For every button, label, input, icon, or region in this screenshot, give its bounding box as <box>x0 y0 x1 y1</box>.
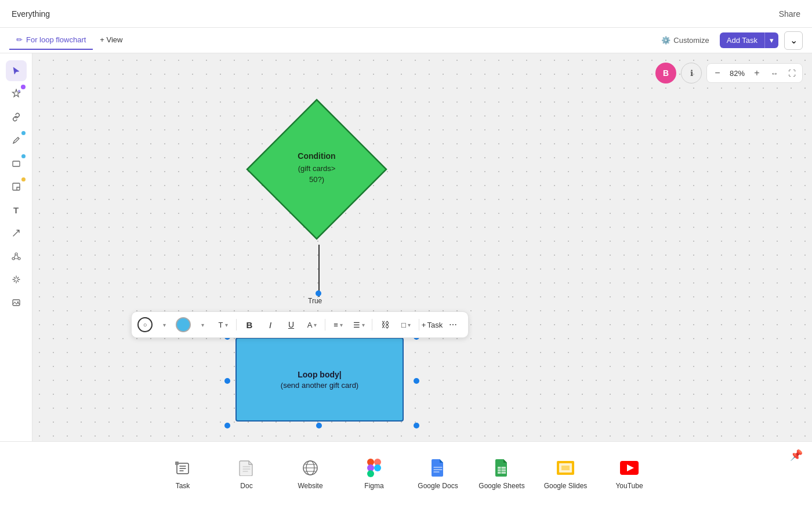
zoom-value: 82% <box>727 69 748 78</box>
top-bar: Everything Share <box>0 0 812 28</box>
figma-icon <box>364 457 385 478</box>
more-button[interactable]: ⋯ <box>444 315 462 334</box>
zoom-in-button[interactable]: + <box>749 65 765 81</box>
tab-view-label: + View <box>100 35 122 44</box>
google-sheets-label: Google Sheets <box>478 482 524 490</box>
loop-body-node[interactable]: Loop body| (send another gift card) <box>235 337 404 422</box>
svg-rect-2 <box>13 183 20 190</box>
add-task-chevron-icon[interactable]: ▾ <box>764 32 778 48</box>
cursor-tool[interactable] <box>6 60 27 81</box>
true-label: True <box>308 297 322 305</box>
tab-flowchart[interactable]: ✏ For loop flowchart <box>9 31 93 50</box>
handle-left[interactable] <box>224 378 230 384</box>
text-color-dropdown[interactable]: A▾ <box>303 315 321 334</box>
sticky-tool[interactable] <box>6 176 27 197</box>
figma-label: Figma <box>364 482 383 490</box>
youtube-icon <box>619 457 640 478</box>
handle-bottom-left[interactable] <box>224 423 230 428</box>
website-icon <box>300 457 321 478</box>
connector-dot <box>316 290 321 296</box>
separator-2 <box>325 319 325 330</box>
sticky-dot <box>21 177 26 181</box>
fit-width-button[interactable]: ↔ <box>766 65 782 81</box>
separator-1 <box>236 319 237 330</box>
dock-item-google-sheets[interactable]: Google Sheets <box>470 450 534 497</box>
task-icon <box>172 457 193 478</box>
italic-button[interactable]: I <box>261 315 280 334</box>
add-task-label[interactable]: Add Task <box>720 32 764 48</box>
dock-item-doc[interactable]: Doc <box>215 450 278 497</box>
shape-dropdown[interactable]: □▾ <box>397 315 415 334</box>
align-dropdown[interactable]: ≡▾ <box>329 315 347 334</box>
customize-label: Customize <box>673 36 709 45</box>
doc-icon <box>236 457 257 478</box>
tab-label: For loop flowchart <box>26 35 86 44</box>
task-label: Task <box>176 482 190 490</box>
loop-body-label-2: (send another gift card) <box>281 381 358 390</box>
edit-icon: ✏ <box>16 35 23 44</box>
share-button[interactable]: Share <box>779 9 800 19</box>
zoom-group: − 82% + ↔ ⛶ <box>706 63 803 83</box>
tab-bar-right: ⚙️ Customize Add Task ▾ ⌄ <box>657 31 803 50</box>
arrow-tool[interactable] <box>6 223 27 244</box>
diamond-node[interactable]: Condition (gift cards> 50?) <box>241 94 392 245</box>
left-toolbar: T <box>0 53 32 505</box>
pin-button[interactable]: 📌 <box>790 449 803 462</box>
fullscreen-button[interactable]: ⛶ <box>784 65 800 81</box>
circle-dropdown[interactable]: ▾ <box>155 315 173 334</box>
dock-item-task[interactable]: Task <box>151 450 215 497</box>
info-button[interactable]: ℹ <box>681 63 702 83</box>
website-label: Website <box>298 482 322 490</box>
dock-item-google-slides[interactable]: Google Slides <box>534 450 597 497</box>
text-size-dropdown[interactable]: T▾ <box>214 315 233 334</box>
dock-item-figma[interactable]: Figma <box>342 450 406 497</box>
handle-bottom-right[interactable] <box>414 423 419 428</box>
rectangle-tool[interactable] <box>6 153 27 174</box>
bottom-dock: 📌 Task Doc Website Figma <box>0 441 812 505</box>
text-icon: T <box>13 205 19 215</box>
add-task-button[interactable]: Add Task ▾ <box>720 32 778 48</box>
text-tool[interactable]: T <box>6 199 27 220</box>
network-tool[interactable] <box>6 246 27 267</box>
link-button[interactable]: ⛓ <box>376 315 394 334</box>
dock-item-youtube[interactable]: YouTube <box>597 450 661 497</box>
image-tool[interactable] <box>6 292 27 313</box>
svg-point-3 <box>15 253 17 255</box>
canvas-area[interactable]: B ℹ − 82% + ↔ ⛶ Condition (gift cards> 5… <box>32 53 812 505</box>
loop-body-label-1: Loop body| <box>298 369 341 381</box>
svg-rect-18 <box>367 470 374 477</box>
main-area: T B ℹ − 82% + ↔ ⛶ <box>0 53 812 505</box>
tab-view[interactable]: + View <box>93 31 129 50</box>
avatar: B <box>655 63 676 83</box>
customize-button[interactable]: ⚙️ Customize <box>657 33 713 48</box>
sparkle-tool[interactable] <box>6 269 27 290</box>
fill-dropdown[interactable]: ▾ <box>193 315 212 334</box>
svg-text:50?): 50?) <box>309 175 324 184</box>
bold-button[interactable]: B <box>240 315 259 334</box>
link-tool[interactable] <box>6 107 27 128</box>
google-slides-icon <box>555 457 576 478</box>
svg-rect-23 <box>561 466 570 470</box>
pen-tool[interactable] <box>6 130 27 151</box>
circle-style-button[interactable]: ○ <box>137 317 153 332</box>
svg-text:(gift cards>: (gift cards> <box>298 164 336 173</box>
gear-icon: ⚙️ <box>661 36 670 45</box>
google-docs-icon <box>427 457 448 478</box>
doc-label: Doc <box>240 482 252 490</box>
fill-color-button[interactable] <box>176 317 191 332</box>
underline-button[interactable]: U <box>282 315 300 334</box>
handle-right[interactable] <box>414 378 419 384</box>
svg-point-7 <box>17 301 18 303</box>
handle-bottom[interactable] <box>316 423 322 428</box>
zoom-out-button[interactable]: − <box>709 65 726 81</box>
magic-tool[interactable] <box>6 83 27 104</box>
dock-item-website[interactable]: Website <box>278 450 342 497</box>
add-task-inline[interactable]: + Task <box>423 315 441 334</box>
svg-point-5 <box>18 257 20 260</box>
svg-point-19 <box>374 464 381 471</box>
google-slides-label: Google Slides <box>544 482 588 490</box>
list-dropdown[interactable]: ☰▾ <box>350 315 368 334</box>
svg-rect-1 <box>13 161 20 166</box>
expand-button[interactable]: ⌄ <box>784 31 803 50</box>
dock-item-google-docs[interactable]: Google Docs <box>406 450 470 497</box>
